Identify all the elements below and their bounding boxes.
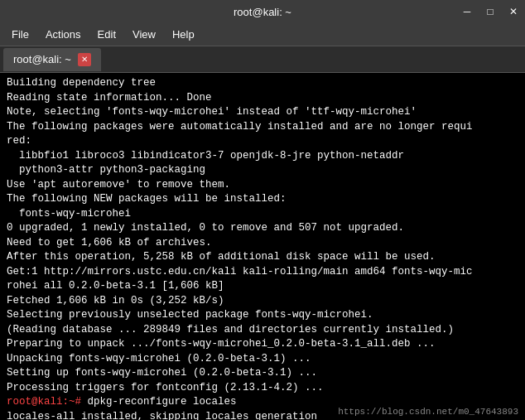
maximize-button[interactable]: □ <box>479 0 502 23</box>
terminal-line: (Reading database ... 289849 files and d… <box>7 323 518 338</box>
menu-help[interactable]: Help <box>164 25 203 44</box>
menu-file[interactable]: File <box>3 25 37 44</box>
terminal-line: fonts-wqy-microhei <box>7 207 518 222</box>
watermark-url: https://blog.csdn.net/m0_47643893 <box>338 407 518 417</box>
tab-label: root@kali: ~ <box>13 53 71 65</box>
terminal-line: Note, selecting 'fonts-wqy-microhei' ins… <box>7 105 518 120</box>
window-controls: ─ □ ✕ <box>455 0 525 23</box>
terminal-area: Building dependency tree Reading state i… <box>0 73 525 420</box>
window-title: root@kali: ~ <box>234 6 291 18</box>
terminal-line: 0 upgraded, 1 newly installed, 0 to remo… <box>7 221 518 236</box>
terminal-line: Setting up fonts-wqy-microhei (0.2.0-bet… <box>7 366 518 381</box>
menu-actions[interactable]: Actions <box>37 25 89 44</box>
minimize-button[interactable]: ─ <box>455 0 479 23</box>
terminal-line: python3-attr python3-packaging <box>7 163 518 178</box>
terminal-line: Processing triggers for fontconfig (2.13… <box>7 381 518 396</box>
terminal-line: The following NEW packages will be insta… <box>7 192 518 207</box>
terminal-line: red: <box>7 134 518 149</box>
terminal-line: Fetched 1,606 kB in 0s (3,252 kB/s) <box>7 294 518 309</box>
terminal-line: libbfio1 libroco3 libindicator3-7 openjd… <box>7 149 518 164</box>
tab-bar: root@kali: ~ ✕ <box>0 46 525 73</box>
terminal-line: rohei all 0.2.0-beta-3.1 [1,606 kB] <box>7 279 518 294</box>
terminal-line: Reading state information... Done <box>7 91 518 106</box>
terminal-line: After this operation, 5,258 kB of additi… <box>7 250 518 265</box>
prompt-text: root@kali:~# <box>7 396 81 408</box>
terminal-line: Use 'apt autoremove' to remove them. <box>7 178 518 193</box>
terminal-line: Get:1 http://mirrors.ustc.edu.cn/kali ka… <box>7 265 518 280</box>
terminal-line: The following packages were automaticall… <box>7 120 518 135</box>
terminal-line: Building dependency tree <box>7 76 518 91</box>
terminal-line: Preparing to unpack .../fonts-wqy-microh… <box>7 337 518 352</box>
terminal-line: Unpacking fonts-wqy-microhei (0.2.0-beta… <box>7 352 518 367</box>
title-bar: root@kali: ~ ─ □ ✕ <box>0 0 525 23</box>
menu-view[interactable]: View <box>124 25 164 44</box>
terminal-line: Need to get 1,606 kB of archives. <box>7 236 518 251</box>
terminal-line: Selecting previously unselected package … <box>7 308 518 323</box>
menu-edit[interactable]: Edit <box>89 25 124 44</box>
menu-bar: File Actions Edit View Help <box>0 23 525 46</box>
tab-close-button[interactable]: ✕ <box>78 53 91 66</box>
command-text: dpkg-reconfigure locales <box>81 396 237 408</box>
terminal-tab[interactable]: root@kali: ~ ✕ <box>3 48 101 71</box>
close-button[interactable]: ✕ <box>502 0 525 23</box>
